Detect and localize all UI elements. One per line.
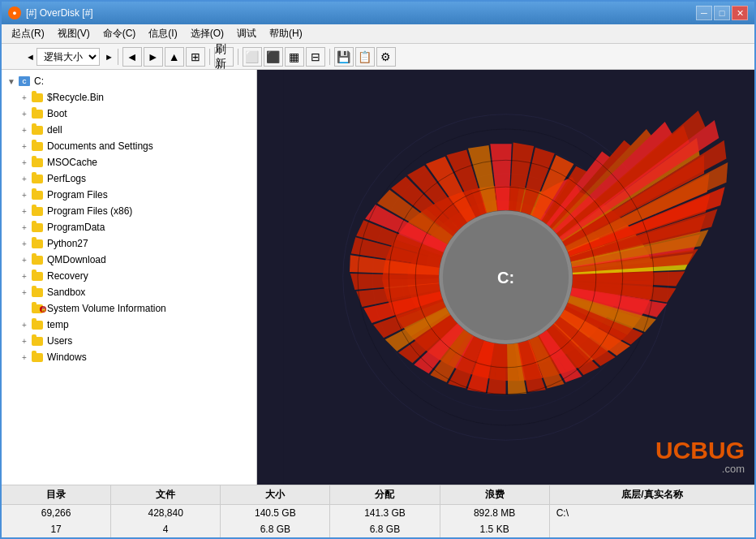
- folder-icon-pd: [31, 221, 44, 234]
- status-row-1: 69,266 428,840 140.5 GB 141.3 GB 892.8 M…: [2, 505, 754, 521]
- cell-name-2: [550, 521, 754, 537]
- tree-item-pfx86[interactable]: + Program Files (x86): [2, 203, 256, 219]
- expander-boot[interactable]: +: [18, 107, 31, 120]
- sep3: [238, 49, 238, 65]
- menu-select[interactable]: 选择(O): [184, 25, 230, 42]
- folder-icon-qm: [31, 253, 44, 266]
- expander-pf[interactable]: +: [18, 188, 31, 201]
- toolbar: ◄ 逻辑大小 物理大小 ► ◄ ► ▲ ⊞ 刷新 ⬜ ⬛ ▦ ⊟ 💾 📋 ⚙: [2, 44, 754, 70]
- folder-icon-windows: [31, 351, 44, 364]
- expander-recovery[interactable]: +: [18, 270, 31, 282]
- nav-forward-button[interactable]: ►: [144, 47, 163, 67]
- tree-item-pd[interactable]: + ProgramData: [2, 219, 256, 235]
- view-btn2[interactable]: ⬛: [264, 47, 283, 67]
- view-btn1[interactable]: ⬜: [243, 47, 262, 67]
- minimize-button[interactable]: ─: [696, 6, 712, 20]
- folder-icon-users: [31, 334, 44, 347]
- cell-dir-1: 69,266: [2, 505, 111, 521]
- cell-file-2: 4: [111, 521, 221, 537]
- tree-label-temp: temp: [47, 319, 69, 330]
- maximize-button[interactable]: □: [714, 6, 730, 20]
- expander-docs[interactable]: +: [18, 140, 31, 153]
- folder-icon-boot: [31, 107, 44, 120]
- tree-label-mso: MSOCache: [47, 157, 97, 168]
- expander-recycle[interactable]: +: [18, 91, 31, 104]
- expander-qm[interactable]: +: [18, 253, 31, 266]
- arrow-left-icon: ◄: [26, 52, 35, 62]
- cell-size-1: 140.5 GB: [221, 505, 330, 521]
- settings-btn[interactable]: ⚙: [376, 47, 396, 67]
- menu-help[interactable]: 帮助(H): [263, 25, 309, 42]
- refresh-button[interactable]: 刷新: [214, 47, 234, 67]
- export-btn1[interactable]: 💾: [334, 47, 354, 67]
- tree-item-dell[interactable]: + dell: [2, 122, 256, 138]
- tree-item-svi[interactable]: 🔒 System Volume Information: [2, 300, 256, 317]
- tree-item-users[interactable]: + Users: [2, 333, 256, 349]
- tree-label-py: Python27: [47, 238, 88, 249]
- col-waste: 浪费: [440, 485, 550, 504]
- expander-py[interactable]: +: [18, 237, 31, 250]
- menu-start[interactable]: 起点(R): [5, 25, 51, 42]
- col-dir: 目录: [2, 485, 111, 504]
- view-btn4[interactable]: ⊟: [306, 47, 325, 67]
- tree-item-qm[interactable]: + QMDownload: [2, 252, 256, 268]
- tree-label-qm: QMDownload: [47, 254, 106, 265]
- tree-item-py[interactable]: + Python27: [2, 235, 256, 252]
- tree-item-boot[interactable]: + Boot: [2, 106, 256, 122]
- tree-item-temp[interactable]: + temp: [2, 317, 256, 333]
- expander-drive-c[interactable]: ▼: [5, 75, 18, 88]
- expander-sandbox[interactable]: +: [18, 286, 31, 299]
- expander-users[interactable]: +: [18, 334, 31, 347]
- expander-mso[interactable]: +: [18, 156, 31, 169]
- tree-item-recovery[interactable]: + Recovery: [2, 268, 256, 284]
- folder-icon-py: [31, 237, 44, 250]
- tree-label-sandbox: Sandbox: [47, 287, 85, 298]
- window-controls: ─ □ ✕: [696, 6, 748, 20]
- tree-item-recycle[interactable]: + $Recycle.Bin: [2, 89, 256, 106]
- menu-command[interactable]: 命令(C): [97, 25, 143, 42]
- tree-item-pf[interactable]: + Program Files: [2, 187, 256, 203]
- tree-panel: ▼ C C: + $Recycle.Bin + Boot + dell: [2, 70, 257, 485]
- status-row-2: 17 4 6.8 GB 6.8 GB 1.5 KB: [2, 521, 754, 537]
- arrow-right-icon: ►: [105, 52, 114, 62]
- expander-perf[interactable]: +: [18, 172, 31, 185]
- sep2: [209, 49, 210, 65]
- expander-pfx86[interactable]: +: [18, 205, 31, 218]
- main-window: ● [#] OverDisk [#] ─ □ ✕ 起点(R) 视图(V) 命令(…: [0, 0, 756, 539]
- expander-windows[interactable]: +: [18, 351, 31, 364]
- tree-item-perf[interactable]: + PerfLogs: [2, 170, 256, 187]
- menu-view[interactable]: 视图(V): [51, 25, 97, 42]
- sort-select[interactable]: 逻辑大小 物理大小: [37, 48, 100, 66]
- cell-alloc-2: 6.8 GB: [330, 521, 440, 537]
- expander-temp[interactable]: +: [18, 318, 31, 331]
- nav-back-button[interactable]: ◄: [122, 47, 142, 67]
- tree-item-docs[interactable]: + Documents and Settings: [2, 138, 256, 154]
- tree-label-recycle: $Recycle.Bin: [47, 92, 104, 103]
- tree-item-drive-c[interactable]: ▼ C C:: [2, 73, 256, 89]
- sort-area: ◄ 逻辑大小 物理大小 ►: [26, 48, 114, 66]
- tree-label-pf: Program Files: [47, 189, 108, 201]
- tree-item-sandbox[interactable]: + Sandbox: [2, 284, 256, 300]
- export-btn2[interactable]: 📋: [355, 47, 375, 67]
- tree-label-svi: System Volume Information: [47, 303, 166, 314]
- close-button[interactable]: ✕: [732, 6, 748, 20]
- tree-item-mso[interactable]: + MSOCache: [2, 154, 256, 170]
- content-area: ▼ C C: + $Recycle.Bin + Boot + dell: [2, 70, 754, 485]
- nav-up-button[interactable]: ▲: [165, 47, 184, 67]
- watermark-com: .com: [722, 463, 745, 475]
- expander-dell[interactable]: +: [18, 123, 31, 136]
- folder-icon-mso: [31, 156, 44, 169]
- view-btn3[interactable]: ▦: [285, 47, 304, 67]
- menu-debug[interactable]: 调试: [230, 25, 263, 42]
- menu-info[interactable]: 信息(I): [142, 25, 183, 42]
- folder-icon-pfx86: [31, 205, 44, 218]
- col-file: 文件: [111, 485, 221, 504]
- title-bar: ● [#] OverDisk [#] ─ □ ✕: [2, 2, 754, 24]
- tree-label-docs: Documents and Settings: [47, 140, 153, 152]
- nav-refresh-icon-button[interactable]: ⊞: [186, 47, 205, 67]
- watermark-uc: UC: [655, 437, 690, 464]
- tree-item-windows[interactable]: + Windows: [2, 349, 256, 365]
- tree-label-recovery: Recovery: [47, 270, 88, 282]
- expander-pd[interactable]: +: [18, 221, 31, 234]
- tree-label-users: Users: [47, 335, 72, 347]
